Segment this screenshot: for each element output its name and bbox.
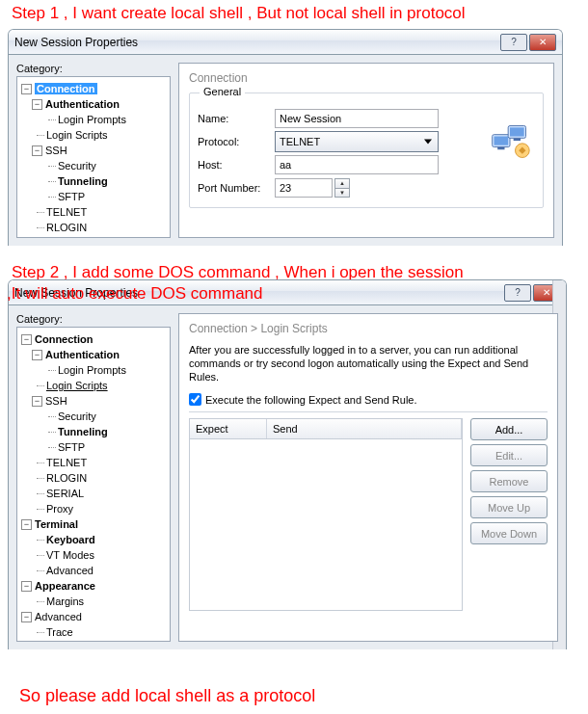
tree-item-authentication[interactable]: Authentication	[45, 349, 120, 360]
window-title: New Session Properties	[14, 36, 498, 49]
tree-item-login-prompts[interactable]: Login Prompts	[58, 364, 126, 376]
general-groupbox: General Name: New Session Protocol:	[189, 93, 544, 208]
movedown-button[interactable]: Move Down	[470, 522, 548, 544]
moveup-button[interactable]: Move Up	[470, 496, 548, 518]
chevron-down-icon	[424, 140, 432, 145]
column-send[interactable]: Send	[267, 419, 462, 438]
tree-item-rlogin[interactable]: RLOGIN	[46, 472, 87, 484]
network-computers-icon	[489, 120, 531, 163]
expect-send-grid[interactable]: Expect Send	[189, 418, 463, 611]
tree-item-authentication[interactable]: Authentication	[45, 98, 120, 110]
help-button[interactable]: ?	[504, 284, 531, 302]
close-button[interactable]: ✕	[529, 34, 556, 51]
session-properties-dialog-1: New Session Properties ? ✕ Category: −Co…	[8, 29, 563, 246]
settings-pane: Connection General Name: New Session	[178, 63, 554, 238]
svg-rect-1	[494, 137, 509, 145]
name-label: Name:	[198, 113, 275, 124]
execute-checkbox[interactable]	[189, 393, 201, 406]
category-tree[interactable]: −Connection −Authentication Login Prompt…	[16, 327, 171, 642]
tree-item-sftp[interactable]: SFTP	[58, 441, 85, 453]
breadcrumb: Connection > Login Scripts	[189, 322, 548, 335]
tree-item-margins[interactable]: Margins	[46, 595, 84, 607]
annotation-step1: Step 1 , I want create local shell , But…	[12, 4, 466, 23]
groupbox-title: General	[200, 86, 245, 97]
tree-item-keyboard[interactable]: Keyboard	[46, 534, 95, 545]
svg-rect-5	[514, 138, 521, 141]
execute-checkbox-label: Execute the following Expect and Send Ru…	[205, 394, 417, 406]
titlebar[interactable]: New Session Properties ? ✕	[9, 30, 562, 55]
category-label: Category:	[16, 63, 171, 74]
tree-item-sftp[interactable]: SFTP	[58, 191, 85, 202]
execute-checkbox-row[interactable]: Execute the following Expect and Send Ru…	[189, 393, 548, 406]
edit-button[interactable]: Edit...	[470, 444, 548, 466]
column-expect[interactable]: Expect	[190, 419, 267, 438]
host-label: Host:	[198, 159, 275, 171]
tree-item-telnet[interactable]: TELNET	[46, 206, 87, 218]
tree-item-security[interactable]: Security	[58, 410, 96, 422]
svg-rect-4	[510, 127, 524, 136]
tree-item-connection[interactable]: Connection	[35, 83, 97, 94]
tree-item-tunneling[interactable]: Tunneling	[58, 426, 108, 437]
tree-item-appearance[interactable]: Appearance	[35, 580, 95, 592]
breadcrumb: Connection	[189, 71, 544, 85]
session-properties-dialog-2: New Session Properties ? ✕ Category: −Co…	[8, 279, 567, 649]
tree-item-security[interactable]: Security	[58, 160, 96, 172]
help-button[interactable]: ?	[500, 34, 527, 51]
tree-item-terminal[interactable]: Terminal	[35, 518, 78, 530]
tree-item-login-scripts[interactable]: Login Scripts	[46, 380, 108, 391]
tree-item-telnet[interactable]: TELNET	[46, 457, 87, 468]
description-text: After you are successfully logged in to …	[189, 343, 548, 383]
annotation-step2b: ,It will auto execute DOS command	[7, 284, 263, 304]
tree-item-serial[interactable]: SERIAL	[46, 488, 84, 499]
separator	[189, 411, 548, 412]
svg-rect-2	[497, 147, 504, 150]
tree-item-ssh[interactable]: SSH	[45, 395, 67, 407]
tree-item-connection[interactable]: Connection	[35, 333, 94, 345]
tree-item-ssh[interactable]: SSH	[45, 145, 67, 156]
settings-pane: Connection > Login Scripts After you are…	[178, 313, 558, 642]
protocol-label: Protocol:	[198, 136, 275, 147]
name-input[interactable]: New Session	[275, 109, 439, 128]
tree-item-login-prompts[interactable]: Login Prompts	[58, 114, 126, 125]
protocol-combo[interactable]: TELNET	[275, 131, 439, 152]
tree-item-rlogin[interactable]: RLOGIN	[46, 222, 87, 233]
grid-body[interactable]	[190, 439, 462, 610]
port-input[interactable]: 23	[275, 178, 333, 198]
port-label: Port Number:	[198, 182, 275, 194]
tree-item-vtmodes[interactable]: VT Modes	[46, 549, 94, 561]
tree-item-proxy[interactable]: Proxy	[46, 503, 73, 515]
add-button[interactable]: Add...	[470, 418, 548, 440]
category-tree[interactable]: −Connection −Authentication Login Prompt…	[16, 76, 171, 238]
tree-item-login-scripts[interactable]: Login Scripts	[46, 129, 108, 141]
remove-button[interactable]: Remove	[470, 470, 548, 492]
category-label: Category:	[16, 313, 171, 325]
tree-item-advanced-top[interactable]: Advanced	[35, 611, 82, 622]
tree-item-trace[interactable]: Trace	[46, 626, 73, 638]
host-input[interactable]: aa	[275, 155, 439, 174]
tree-item-tunneling[interactable]: Tunneling	[58, 175, 108, 187]
protocol-value: TELNET	[280, 136, 320, 147]
annotation-conclusion: So please add local shell as a protocol	[19, 686, 315, 706]
tree-item-advanced[interactable]: Advanced	[46, 565, 94, 576]
port-spinner[interactable]: ▲▼	[334, 178, 350, 198]
